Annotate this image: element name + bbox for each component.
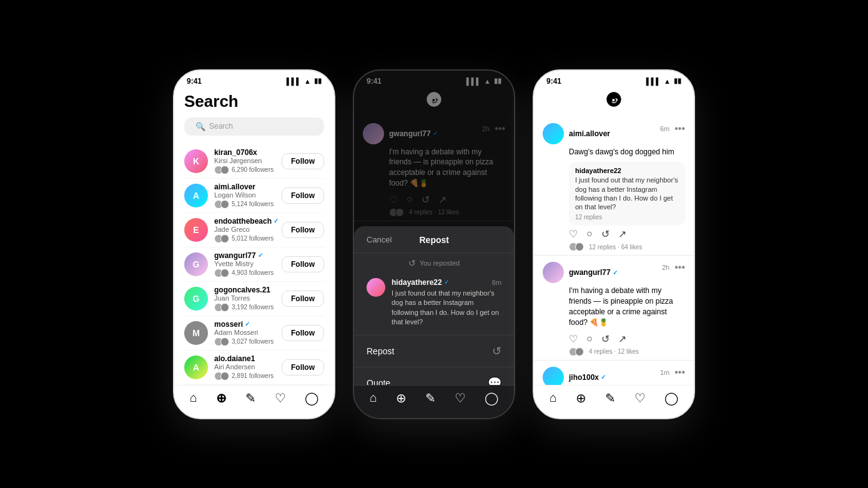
- repost-action-label: Repost: [367, 346, 394, 356]
- wifi-icon: ▲: [304, 77, 311, 85]
- repost-button-light[interactable]: ↺: [601, 333, 609, 345]
- followers-count: 4,903 followers: [232, 269, 274, 276]
- like-button-light[interactable]: ♡: [569, 333, 578, 345]
- mini-avatar: [220, 166, 229, 174]
- meta-avatars: [214, 337, 229, 346]
- nav-compose-2[interactable]: ✎: [425, 391, 436, 406]
- search-content: Search 🔍 Search K kiran_0706x Kirsi Jørg…: [174, 92, 334, 385]
- cancel-button[interactable]: Cancel: [367, 235, 392, 244]
- nav-compose-1[interactable]: ✎: [245, 391, 256, 406]
- followers-count: 6,290 followers: [232, 166, 274, 173]
- real-name: Jade Greco: [214, 226, 282, 233]
- follow-button[interactable]: Follow: [282, 222, 324, 238]
- meta-avatars: [214, 372, 229, 381]
- real-name: Yvette Mistry: [214, 260, 282, 267]
- meta-avatars: [214, 269, 229, 277]
- verified-badge: ✓: [274, 217, 279, 224]
- nested-reply-text: I just found out that my neighbor's dog …: [575, 176, 679, 211]
- meta-avatars: [214, 234, 229, 243]
- you-reposted-label: ↺ You reposted: [354, 253, 514, 273]
- threads-logo-light: [534, 88, 694, 117]
- repost-title: Repost: [420, 235, 449, 245]
- post-user-details-light: aimi.allover: [569, 129, 610, 138]
- user-meta: 5,124 followers: [214, 200, 282, 209]
- phones-container: 9:41 ▌▌▌ ▲ ▮▮ Search 🔍 Search K kiran_07…: [160, 44, 708, 444]
- follow-button[interactable]: Follow: [282, 291, 324, 307]
- follow-button[interactable]: Follow: [282, 187, 324, 204]
- status-time-1: 9:41: [187, 77, 202, 86]
- bottom-nav-2: ⌂ ⊕ ✎ ♡ ◯: [354, 385, 514, 418]
- post-user-details-light: gwangurl77✓: [569, 268, 618, 277]
- nested-reply-stat: 12 replies: [575, 214, 679, 221]
- more-options-light[interactable]: •••: [674, 367, 685, 378]
- share-button-light[interactable]: ↗: [618, 228, 626, 240]
- nav-compose-3[interactable]: ✎: [605, 391, 616, 406]
- nav-search-1[interactable]: ⊕: [216, 391, 227, 406]
- more-options-light[interactable]: •••: [674, 123, 685, 134]
- repost-preview-text: I just found out that my neighbor's dog …: [392, 289, 501, 327]
- stat-avatar-light: [575, 242, 584, 251]
- repost-button-light[interactable]: ↺: [601, 228, 609, 240]
- post-user-info-light: aimi.allover: [543, 123, 660, 144]
- user-info: alo.daiane1 Airi Andersen 2,891 follower…: [214, 354, 282, 381]
- post-text-light: I'm having a debate with my friends — is…: [569, 286, 685, 327]
- post-username-light: gwangurl77✓: [569, 268, 618, 277]
- status-bar-3: 9:41 ▌▌▌ ▲ ▮▮: [534, 71, 694, 88]
- comment-button-light[interactable]: ○: [586, 228, 593, 240]
- avatar: G: [184, 287, 208, 311]
- repost-preview: hidayathere22 ✓ 6m I just found out that…: [354, 273, 514, 336]
- nav-search-3[interactable]: ⊕: [576, 391, 586, 406]
- more-options-light[interactable]: •••: [674, 262, 685, 273]
- status-bar-1: 9:41 ▌▌▌ ▲ ▮▮: [174, 71, 334, 88]
- nav-home-1[interactable]: ⌂: [190, 391, 197, 406]
- post-time-light: 2h: [662, 264, 669, 271]
- repost-preview-avatar: [367, 278, 385, 297]
- battery-icon-3: ▮▮: [674, 77, 681, 85]
- real-name: Airi Andersen: [214, 363, 282, 371]
- follow-button[interactable]: Follow: [282, 359, 324, 376]
- bottom-nav-3: ⌂ ⊕ ✎ ♡ ◯: [534, 385, 694, 418]
- post-username-light: jiho100x✓: [569, 373, 606, 382]
- user-item: E endoatthebeach✓ Jade Greco 5,012 follo…: [184, 213, 324, 247]
- repost-preview-username: hidayathere22 ✓: [392, 278, 449, 287]
- nav-heart-3[interactable]: ♡: [634, 391, 646, 406]
- verified-badge: ✓: [258, 252, 263, 259]
- nav-profile-2[interactable]: ◯: [485, 391, 498, 406]
- follow-button[interactable]: Follow: [282, 325, 324, 341]
- thread-post-light: gwangurl77✓ 2h ••• I'm having a debate w…: [534, 256, 694, 360]
- meta-avatars: [214, 200, 229, 209]
- signal-icon-3: ▌▌▌: [646, 77, 661, 85]
- nav-profile-3[interactable]: ◯: [664, 391, 678, 406]
- nested-reply: hidayathere22 I just found out that my n…: [569, 162, 685, 226]
- like-button-light[interactable]: ♡: [569, 228, 578, 240]
- comment-button-light[interactable]: ○: [586, 333, 593, 345]
- follow-button[interactable]: Follow: [282, 256, 324, 272]
- share-button-light[interactable]: ↗: [618, 333, 626, 345]
- phone-threads-dark: 9:41 ▌▌▌ ▲ ▮▮ gwangurl77✓: [353, 69, 515, 419]
- nav-search-2[interactable]: ⊕: [396, 391, 407, 406]
- post-actions-light: ♡ ○ ↺ ↗: [569, 333, 685, 345]
- user-meta: 6,290 followers: [214, 166, 282, 174]
- user-meta: 5,012 followers: [214, 234, 282, 243]
- followers-count: 5,012 followers: [232, 235, 274, 242]
- nav-heart-1[interactable]: ♡: [275, 391, 286, 406]
- mini-avatar: [220, 372, 229, 381]
- nav-profile-1[interactable]: ◯: [305, 391, 318, 406]
- avatar: A: [184, 356, 208, 379]
- real-name: Kirsi Jørgensen: [214, 157, 282, 164]
- repost-preview-content: hidayathere22 ✓ 6m I just found out that…: [392, 278, 501, 327]
- follow-button[interactable]: Follow: [282, 153, 324, 169]
- user-info: endoatthebeach✓ Jade Greco 5,012 followe…: [214, 217, 282, 243]
- user-info: kiran_0706x Kirsi Jørgensen 6,290 follow…: [214, 148, 282, 174]
- nav-heart-2[interactable]: ♡: [455, 391, 466, 406]
- search-input-wrap[interactable]: 🔍 Search: [184, 117, 324, 136]
- nav-home-2[interactable]: ⌂: [370, 391, 377, 406]
- post-username-light: aimi.allover: [569, 129, 610, 138]
- repost-overlay: Cancel Repost ↺ You reposted hidayathere…: [354, 71, 514, 418]
- post-header-light: gwangurl77✓ 2h •••: [543, 262, 685, 283]
- repost-button[interactable]: Repost ↺: [354, 336, 514, 367]
- nav-home-3[interactable]: ⌂: [550, 391, 557, 406]
- avatar: M: [184, 321, 208, 345]
- user-info: mosseri✓ Adam Mosseri 3,027 followers: [214, 320, 282, 346]
- nested-reply-user: hidayathere22: [575, 167, 679, 174]
